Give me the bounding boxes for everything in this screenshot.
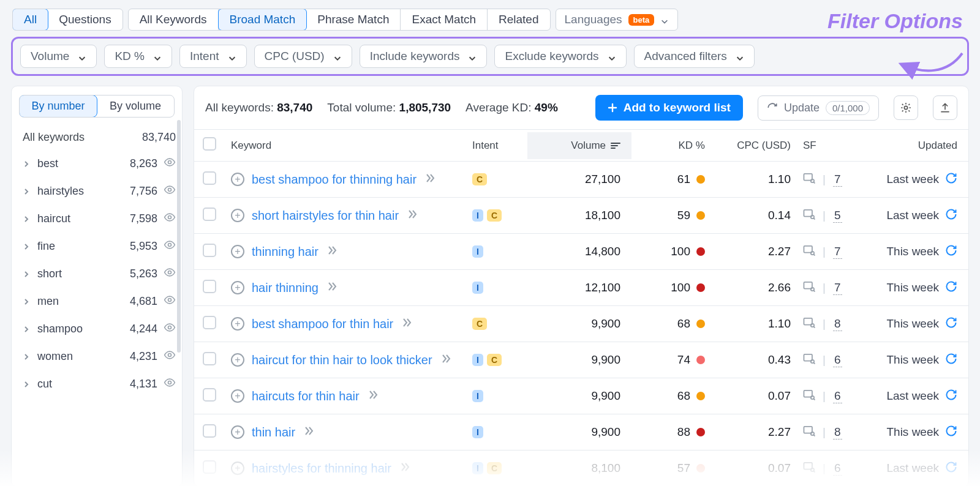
match-tab-broad-match[interactable]: Broad Match — [218, 9, 307, 31]
scope-tab-questions[interactable]: Questions — [48, 9, 123, 30]
filter-cpc-usd-[interactable]: CPC (USD) — [254, 45, 352, 68]
serp-features-icon[interactable] — [803, 425, 815, 439]
row-checkbox[interactable] — [203, 244, 216, 257]
eye-icon[interactable] — [164, 376, 176, 392]
filter-volume[interactable]: Volume — [20, 45, 97, 68]
sf-count[interactable]: 6 — [833, 353, 842, 367]
open-serp-icon[interactable] — [399, 461, 411, 476]
sidebar-group-shampoo[interactable]: shampoo4,244 — [12, 315, 182, 343]
match-tab-related[interactable]: Related — [488, 9, 550, 30]
filter-advanced-filters[interactable]: Advanced filters — [634, 45, 755, 68]
expand-keyword-icon[interactable]: + — [231, 462, 244, 475]
col-volume[interactable]: Volume — [527, 132, 631, 159]
match-tab-all-keywords[interactable]: All Keywords — [129, 9, 219, 30]
sf-count[interactable]: 7 — [833, 173, 842, 187]
eye-icon[interactable] — [164, 294, 176, 309]
refresh-row-icon[interactable] — [945, 316, 957, 332]
keyword-link[interactable]: short hairstyles for thin hair — [252, 209, 399, 223]
sidebar-group-best[interactable]: best8,263 — [12, 150, 182, 178]
refresh-row-icon[interactable] — [945, 461, 957, 476]
col-keyword[interactable]: Keyword — [225, 132, 466, 159]
expand-keyword-icon[interactable]: + — [231, 173, 244, 186]
keyword-link[interactable]: haircut for thin hair to look thicker — [252, 353, 432, 367]
select-all-checkbox[interactable] — [203, 137, 216, 151]
refresh-row-icon[interactable] — [945, 425, 957, 440]
sf-count[interactable]: 8 — [833, 317, 842, 331]
row-checkbox[interactable] — [203, 460, 216, 474]
eye-icon[interactable] — [164, 184, 176, 199]
sidebar-mode-by-number[interactable]: By number — [19, 95, 97, 118]
expand-keyword-icon[interactable]: + — [231, 317, 244, 331]
sidebar-mode-by-volume[interactable]: By volume — [97, 95, 174, 117]
refresh-row-icon[interactable] — [945, 389, 957, 404]
open-serp-icon[interactable] — [424, 172, 436, 187]
refresh-row-icon[interactable] — [945, 208, 957, 223]
expand-keyword-icon[interactable]: + — [231, 209, 244, 222]
open-serp-icon[interactable] — [401, 316, 413, 332]
eye-icon[interactable] — [164, 349, 176, 364]
row-checkbox[interactable] — [203, 424, 216, 438]
match-tab-exact-match[interactable]: Exact Match — [401, 9, 488, 30]
expand-keyword-icon[interactable]: + — [231, 389, 244, 403]
row-checkbox[interactable] — [203, 388, 216, 402]
row-checkbox[interactable] — [203, 207, 216, 221]
row-checkbox[interactable] — [203, 171, 216, 185]
keyword-link[interactable]: best shampoo for thinning hair — [252, 173, 417, 187]
expand-keyword-icon[interactable]: + — [231, 245, 244, 258]
sf-count[interactable]: 7 — [833, 245, 842, 259]
sidebar-group-men[interactable]: men4,681 — [12, 288, 182, 315]
sidebar-group-short[interactable]: short5,263 — [12, 260, 182, 288]
open-serp-icon[interactable] — [406, 208, 418, 223]
serp-features-icon[interactable] — [803, 173, 815, 187]
sidebar-group-haircut[interactable]: haircut7,598 — [12, 205, 182, 233]
sidebar-group-fine[interactable]: fine5,953 — [12, 233, 182, 260]
match-tab-phrase-match[interactable]: Phrase Match — [306, 9, 401, 30]
row-checkbox[interactable] — [203, 352, 216, 365]
sidebar-group-cut[interactable]: cut4,131 — [12, 370, 182, 398]
sf-count[interactable]: 7 — [833, 281, 842, 295]
col-sf[interactable]: SF — [797, 132, 858, 159]
filter-exclude-keywords[interactable]: Exclude keywords — [494, 45, 626, 68]
filter-kd-[interactable]: KD % — [104, 45, 172, 68]
sf-count[interactable]: 6 — [833, 462, 842, 476]
sf-count[interactable]: 5 — [833, 209, 842, 223]
export-button[interactable] — [933, 95, 957, 120]
row-checkbox[interactable] — [203, 280, 216, 293]
refresh-row-icon[interactable] — [945, 172, 957, 187]
sf-count[interactable]: 8 — [833, 425, 842, 439]
open-serp-icon[interactable] — [367, 389, 379, 404]
open-serp-icon[interactable] — [326, 280, 338, 296]
sidebar-all-keywords-row[interactable]: All keywords 83,740 — [12, 125, 182, 150]
eye-icon[interactable] — [164, 156, 176, 171]
expand-keyword-icon[interactable]: + — [231, 353, 244, 367]
add-to-keyword-list-button[interactable]: Add to keyword list — [595, 95, 743, 121]
keyword-link[interactable]: haircuts for thin hair — [252, 389, 360, 403]
refresh-row-icon[interactable] — [945, 244, 957, 260]
eye-icon[interactable] — [164, 239, 176, 254]
refresh-row-icon[interactable] — [945, 353, 957, 368]
sidebar-group-hairstyles[interactable]: hairstyles7,756 — [12, 178, 182, 205]
keyword-link[interactable]: best shampoo for thin hair — [252, 317, 393, 331]
scope-tab-all[interactable]: All — [12, 9, 48, 31]
eye-icon[interactable] — [164, 211, 176, 226]
row-checkbox[interactable] — [203, 316, 216, 329]
serp-features-icon[interactable] — [803, 317, 815, 331]
col-updated[interactable]: Updated — [858, 132, 968, 159]
open-serp-icon[interactable] — [303, 425, 315, 440]
col-cpc[interactable]: CPC (USD) — [711, 132, 797, 159]
sf-count[interactable]: 6 — [833, 389, 842, 403]
eye-icon[interactable] — [164, 321, 176, 337]
update-button[interactable]: Update 0/1,000 — [758, 95, 879, 121]
open-serp-icon[interactable] — [326, 244, 338, 260]
open-serp-icon[interactable] — [440, 353, 452, 368]
filter-intent[interactable]: Intent — [179, 45, 247, 68]
sidebar-scrollbar[interactable] — [177, 120, 181, 353]
keyword-link[interactable]: hair thinning — [252, 281, 318, 295]
serp-features-icon[interactable] — [803, 281, 815, 295]
expand-keyword-icon[interactable]: + — [231, 281, 244, 294]
serp-features-icon[interactable] — [803, 353, 815, 367]
keyword-link[interactable]: hairstyles for thinning hair — [252, 462, 391, 476]
settings-button[interactable] — [894, 95, 918, 120]
col-kd[interactable]: KD % — [631, 132, 711, 159]
serp-features-icon[interactable] — [803, 462, 815, 476]
